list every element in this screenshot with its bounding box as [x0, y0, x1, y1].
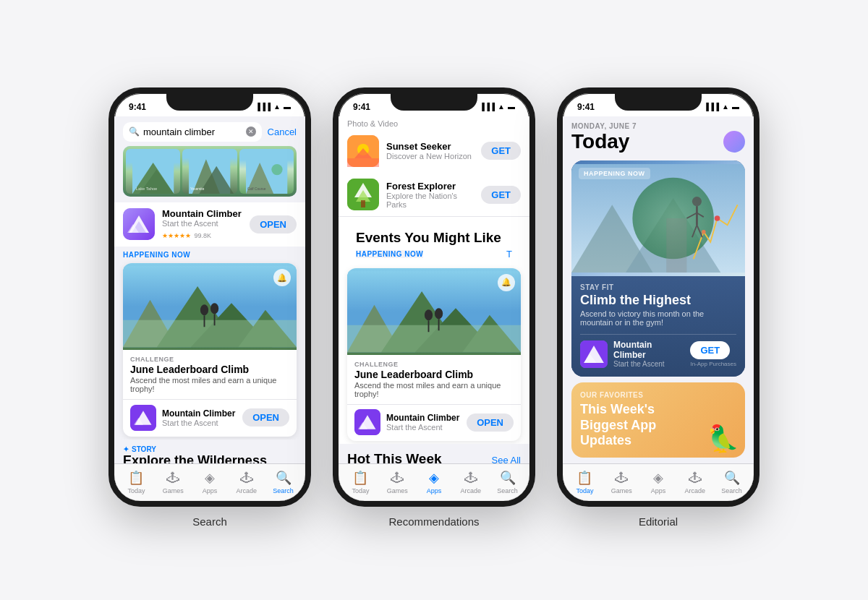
nav-today-label-editorial: Today — [576, 487, 593, 494]
story-icon: ✦ — [123, 445, 129, 453]
status-time-search: 9:41 — [129, 102, 146, 112]
open-button-event-rec[interactable]: OPEN — [467, 413, 514, 432]
event-desc-search: Ascend the most miles and earn a unique … — [130, 376, 289, 393]
event-app-name-rec: Mountain Climber — [386, 413, 461, 423]
phone-editorial: 9:41 ▐▐▐ ▲ ▬ MONDAY, JUNE 7 Today — [557, 87, 760, 507]
nav-arcade-icon-editorial: 🕹 — [689, 471, 702, 486]
status-time-editorial: 9:41 — [577, 102, 595, 112]
search-bar[interactable]: 🔍 mountain climber ✕ — [123, 122, 262, 142]
story-section: ✦ STORY Explore the Wilderness — [114, 440, 305, 463]
favorites-card[interactable]: OUR FAVORITES This Week's Biggest App Up… — [571, 382, 745, 458]
sunset-seeker-row[interactable]: Sunset Seeker Discover a New Horizon GET — [339, 129, 529, 173]
open-button-result[interactable]: OPEN — [250, 215, 297, 233]
bell-icon-rec[interactable]: 🔔 — [498, 274, 515, 291]
phone-search-wrapper: 9:41 ▐▐▐ ▲ ▬ 🔍 mountain climber ✕ — [109, 87, 311, 528]
nav-arcade-icon-rec: 🕹 — [464, 471, 477, 486]
editorial-screen-content: MONDAY, JUNE 7 Today HAPPENING NOW — [563, 116, 754, 463]
event-app-info-rec: Mountain Climber Start the Ascent — [386, 413, 461, 432]
nav-games-editorial[interactable]: 🕹 Games — [603, 471, 640, 494]
nav-today-search[interactable]: 📋 Today — [118, 470, 155, 494]
nav-games-icon: 🕹 — [166, 471, 179, 486]
nav-arcade-rec[interactable]: 🕹 Arcade — [452, 471, 489, 494]
nav-arcade-search[interactable]: 🕹 Arcade — [228, 471, 265, 494]
phone-editorial-wrapper: 9:41 ▐▐▐ ▲ ▬ MONDAY, JUNE 7 Today — [557, 87, 760, 528]
mountain-climber-subtitle: Start the Ascent — [162, 219, 242, 228]
forest-explorer-row[interactable]: Forest Explorer Explore the Nation's Par… — [339, 173, 529, 216]
nav-search-search[interactable]: 🔍 Search — [265, 470, 302, 494]
map-tile-1: Lake Tahoe — [126, 149, 180, 194]
feature-app-sub: Start the Ascent — [613, 360, 684, 368]
today-date: MONDAY, JUNE 7 — [571, 122, 745, 130]
nav-search-rec[interactable]: 🔍 Search — [489, 470, 526, 494]
nav-games-label: Games — [163, 487, 184, 494]
bell-icon-search[interactable]: 🔔 — [273, 269, 291, 286]
nav-games-rec[interactable]: 🕹 Games — [379, 471, 416, 494]
wifi-icon-rec: ▲ — [498, 103, 505, 111]
nav-games-icon-rec: 🕹 — [391, 471, 404, 486]
svg-point-22 — [200, 304, 208, 315]
sunset-seeker-name: Sunset Seeker — [386, 141, 474, 152]
star-icons: ★★★★★ — [162, 232, 191, 239]
svg-point-48 — [425, 309, 433, 320]
hot-see-all[interactable]: See All — [492, 455, 521, 463]
get-button-feature[interactable]: GET — [690, 341, 730, 359]
story-title: Explore the Wilderness — [123, 453, 297, 463]
nav-apps-editorial[interactable]: ◈ Apps — [640, 470, 677, 494]
nav-search-label-rec: Search — [497, 487, 518, 494]
feature-card-title: Climb the Highest — [580, 293, 736, 308]
phone-search: 9:41 ▐▐▐ ▲ ▬ 🔍 mountain climber ✕ — [109, 87, 311, 507]
nav-games-search[interactable]: 🕹 Games — [155, 471, 192, 494]
events-see-all[interactable]: T — [506, 249, 512, 260]
event-card-rec[interactable]: 🔔 CHALLENGE June Leaderboard Climb Ascen… — [347, 268, 521, 442]
mountain-climber-result[interactable]: Mountain Climber Start the Ascent ★★★★★ … — [114, 202, 305, 247]
search-cancel-button[interactable]: Cancel — [268, 127, 297, 137]
nav-search-editorial[interactable]: 🔍 Search — [713, 470, 750, 494]
nav-search-icon-editorial: 🔍 — [724, 470, 740, 486]
open-button-event-search[interactable]: OPEN — [242, 408, 289, 427]
nav-arcade-editorial[interactable]: 🕹 Arcade — [676, 471, 713, 494]
nav-search-icon: 🔍 — [276, 470, 292, 486]
get-button-forest[interactable]: GET — [481, 186, 521, 204]
event-app-name-search: Mountain Climber — [162, 408, 237, 419]
map-preview: Lake Tahoe Yosemite — [123, 146, 297, 197]
feature-get-wrapper: GET In-App Purchases — [690, 341, 736, 367]
forest-explorer-subtitle: Explore the Nation's Parks — [386, 192, 474, 209]
feature-card-editorial[interactable]: HAPPENING NOW — [571, 160, 745, 377]
search-clear-button[interactable]: ✕ — [246, 127, 256, 137]
event-image-search: 🔔 — [123, 263, 297, 350]
nav-games-label-editorial: Games — [611, 487, 632, 494]
nav-arcade-icon: 🕹 — [240, 471, 253, 486]
svg-rect-21 — [123, 320, 297, 348]
favorites-title: This Week's Biggest App Updates — [580, 402, 681, 449]
event-app-row-search: Mountain Climber Start the Ascent OPEN — [130, 400, 289, 431]
event-image-rec: 🔔 — [347, 268, 521, 355]
today-header: MONDAY, JUNE 7 Today — [563, 116, 754, 158]
user-avatar[interactable] — [723, 131, 745, 153]
nav-apps-search[interactable]: ◈ Apps — [192, 470, 229, 494]
signal-icon: ▐▐▐ — [255, 103, 271, 111]
notch-editorial — [615, 93, 702, 111]
rating-count: 99.8K — [194, 232, 211, 239]
svg-point-62 — [702, 229, 706, 233]
feature-app-name: Mountain Climber — [613, 340, 684, 360]
battery-icon-editorial: ▬ — [732, 103, 739, 111]
nav-apps-rec[interactable]: ◈ Apps — [416, 470, 453, 494]
event-card-search[interactable]: 🔔 CHALLENGE June Leaderboard Climb Ascen… — [123, 263, 297, 437]
sunset-seeker-subtitle: Discover a New Horizon — [386, 152, 474, 160]
nav-today-rec[interactable]: 📋 Today — [342, 470, 379, 494]
nav-today-editorial[interactable]: 📋 Today — [566, 470, 603, 494]
status-icons-editorial: ▐▐▐ ▲ ▬ — [704, 103, 739, 111]
nav-apps-icon: ◈ — [205, 470, 215, 486]
svg-text:Golf Course: Golf Course — [247, 187, 266, 191]
phone-editorial-label: Editorial — [639, 515, 678, 528]
nav-search-label-editorial: Search — [721, 487, 742, 494]
feature-app-row: Mountain Climber Start the Ascent GET In… — [580, 340, 736, 368]
challenge-label-search: CHALLENGE — [130, 356, 289, 363]
favorites-label: OUR FAVORITES — [580, 391, 736, 399]
nav-apps-label: Apps — [203, 487, 218, 494]
feature-card-desc: Ascend to victory this month on the moun… — [580, 309, 736, 327]
signal-icon-rec: ▐▐▐ — [480, 103, 495, 111]
get-button-sunset[interactable]: GET — [481, 142, 521, 160]
nav-apps-icon-editorial: ◈ — [653, 470, 663, 486]
search-screen-content: 🔍 mountain climber ✕ Cancel — [114, 116, 305, 463]
